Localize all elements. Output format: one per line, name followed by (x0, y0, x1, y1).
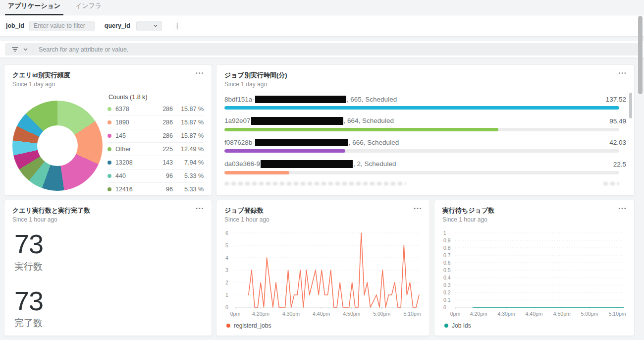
redacted-box (255, 139, 348, 146)
bar-value: 95.49 (609, 117, 626, 125)
svg-text:0.8: 0.8 (443, 245, 451, 251)
widget-job-execution-time: ジョブ別実行時間(分) Since 1 day ago 8bdf151a-, 6… (216, 64, 635, 196)
dashboard-grid: クエリid別実行頻度 Since 1 day ago Counts (1.8 k… (4, 64, 635, 336)
bar-value: 137.52 (606, 96, 626, 103)
widget-subtitle: Since 1 hour ago (442, 216, 626, 223)
search-input[interactable] (39, 46, 635, 53)
legend-dot (107, 187, 111, 191)
add-filter-button[interactable] (173, 22, 181, 30)
svg-text:4:30pm: 4:30pm (282, 311, 300, 317)
legend-dot (107, 147, 111, 151)
filter-dropdown-button[interactable] (21, 46, 30, 53)
legend-dot (107, 161, 111, 165)
ellipsis-icon (196, 72, 204, 74)
legend-percent: 5.33 % (173, 186, 204, 193)
more-menu-button[interactable] (616, 205, 628, 212)
tab-infra[interactable]: インフラ (74, 0, 103, 15)
bar-value: 22.5 (613, 161, 626, 168)
donut-hole (37, 125, 78, 166)
page-scrollbar[interactable] (638, 16, 643, 337)
svg-text:0.2: 0.2 (443, 289, 451, 295)
legend-label: 1890 (115, 119, 152, 126)
widget-query-frequency: クエリid別実行頻度 Since 1 day ago Counts (1.8 k… (4, 64, 212, 196)
more-menu-button[interactable] (194, 205, 206, 212)
legend-row[interactable]: 132081437.94 % (107, 156, 204, 170)
more-menu-button[interactable] (412, 205, 424, 212)
widget-subtitle: Since 1 day ago (224, 81, 626, 88)
legend-row[interactable]: 14528615.87 % (107, 129, 204, 143)
widget-scrollbar[interactable] (629, 93, 632, 118)
widget-subtitle: Since 1 hour ago (12, 216, 204, 223)
legend-row[interactable]: 12416965.33 % (107, 183, 204, 196)
legend-dot (107, 174, 111, 178)
bar-fill (224, 128, 498, 131)
svg-text:0.6: 0.6 (443, 260, 451, 266)
legend-dot (107, 134, 111, 138)
registered-jobs-line-chart[interactable]: 01234560pm4:20pm4:30pm4:40pm4:50pm5:00pm… (224, 228, 422, 319)
legend-row[interactable]: 440965.33 % (107, 170, 204, 183)
page-scrollbar-thumb[interactable] (638, 16, 643, 94)
svg-text:0: 0 (443, 304, 446, 310)
svg-text:5:00pm: 5:00pm (581, 311, 598, 317)
svg-text:3: 3 (225, 267, 228, 273)
waiting-jobs-line-chart[interactable]: 00.10.20.30.40.50.60.70.80.910pm4:20pm4:… (442, 228, 626, 319)
widget-waiting-jobs: 実行待ちジョブ数 Since 1 hour ago 00.10.20.30.40… (434, 200, 635, 336)
ellipsis-icon (196, 207, 204, 210)
redacted-box (255, 96, 346, 103)
legend-dot (444, 324, 448, 328)
legend-label: 145 (115, 132, 152, 139)
more-menu-button[interactable] (616, 70, 628, 76)
ellipsis-icon (618, 207, 626, 210)
bar-track (224, 106, 619, 110)
filter-lines-icon (11, 46, 19, 53)
widget-subtitle: Since 1 day ago (12, 81, 204, 88)
legend-row[interactable]: 637828615.87 % (107, 103, 204, 116)
bar-row[interactable]: da03e366-9, 2, Scheduled22.5 (224, 160, 626, 174)
divider (34, 45, 34, 54)
bar-label: 1a92e07, 664, Scheduled (224, 117, 394, 124)
svg-text:5: 5 (225, 242, 228, 248)
bar-fill (224, 149, 345, 153)
widget-title: ジョブ別実行時間(分) (224, 71, 626, 80)
filter-menu-button[interactable] (9, 46, 21, 53)
query-frequency-donut-chart[interactable] (12, 101, 103, 191)
legend-row[interactable]: Other22512.49 % (107, 143, 204, 156)
bar-value: 42.03 (609, 139, 626, 146)
legend-label: 13208 (115, 159, 152, 166)
legend-label: registerd_jobs (234, 322, 271, 329)
legend-count: 225 (152, 146, 173, 153)
bar-track (224, 171, 619, 174)
legend-row[interactable]: 189028615.87 % (107, 116, 204, 129)
legend-count: 286 (152, 106, 173, 113)
completions-label: 完了数 (14, 317, 204, 330)
bar-track (224, 128, 619, 131)
legend-count: 286 (152, 119, 173, 126)
query-id-select[interactable] (136, 21, 162, 31)
waiting-jobs-line-svg: 00.10.20.30.40.50.60.70.80.910pm4:20pm4:… (442, 228, 626, 319)
chart-legend-item[interactable]: Job Ids (442, 322, 626, 329)
widget-title: 実行待ちジョブ数 (442, 206, 626, 215)
bar-row[interactable]: 8bdf151a-, 665, Scheduled137.52 (224, 96, 626, 110)
svg-text:0.5: 0.5 (443, 267, 451, 273)
svg-text:0: 0 (225, 304, 228, 310)
svg-text:5:00pm: 5:00pm (373, 311, 390, 317)
legend-percent: 7.94 % (173, 159, 204, 166)
svg-text:1: 1 (225, 292, 228, 298)
tab-application[interactable]: アプリケーション (7, 0, 61, 15)
redacted-box (261, 160, 353, 168)
job-id-label: job_id (6, 22, 24, 29)
legend-count: 96 (152, 186, 173, 193)
more-menu-button[interactable] (194, 70, 206, 76)
svg-text:0pm: 0pm (230, 311, 241, 317)
search-field[interactable] (5, 43, 639, 56)
bar-row[interactable]: 1a92e07, 664, Scheduled95.49 (224, 117, 626, 131)
job-id-input[interactable] (29, 21, 95, 31)
bar-fill (224, 106, 619, 110)
chart-legend-item[interactable]: registerd_jobs (224, 322, 422, 329)
registered-jobs-line-svg: 01234560pm4:20pm4:30pm4:40pm4:50pm5:00pm… (224, 228, 422, 319)
bar-row[interactable]: f087628b-, 666, Scheduled42.03 (224, 139, 626, 153)
completions-value: 73 (14, 287, 204, 315)
bar-label: 8bdf151a-, 665, Scheduled (224, 96, 397, 103)
legend-label: 6378 (115, 106, 152, 113)
svg-text:0.7: 0.7 (443, 252, 451, 258)
